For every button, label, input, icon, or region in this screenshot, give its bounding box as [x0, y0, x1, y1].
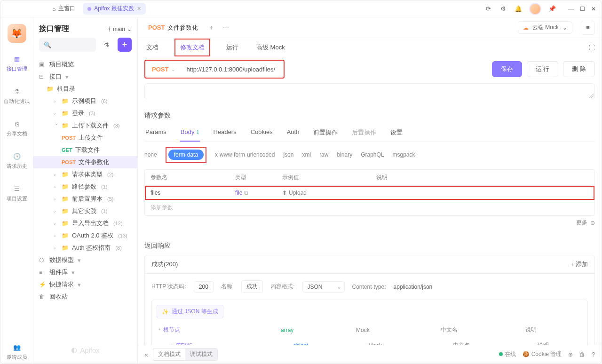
tree-folder[interactable]: ›📁示例项目(6) [33, 95, 137, 107]
table-row[interactable]: files file ⧉ ⬆Upload [145, 186, 594, 200]
bt-json[interactable]: json [283, 151, 293, 158]
component-lib[interactable]: ≡组件库▾ [33, 266, 137, 278]
rail-invite[interactable]: 👥 邀请成员 [0, 340, 33, 364]
footer-trash-button[interactable]: 🗑 [579, 351, 585, 358]
generate-from-json-button[interactable]: ✨通过 JSON 等生成 [157, 305, 223, 318]
api-root[interactable]: ⊟接口▾ [33, 71, 137, 83]
format-select[interactable]: JSON [302, 281, 345, 293]
project-overview[interactable]: ▣项目概览 [33, 58, 137, 71]
rail-automation[interactable]: ⚗ 自动化测试 [0, 84, 33, 108]
tree-folder[interactable]: ›📁路径参数(1) [33, 181, 137, 193]
tab-more-button[interactable]: ⋯ [221, 22, 231, 33]
run-button[interactable]: 运 行 [527, 61, 559, 77]
rail-api[interactable]: ▦ 接口管理 [0, 51, 33, 75]
mock-env-selector[interactable]: ☁ 云端 Mock ⌄ [518, 21, 572, 34]
rail-settings[interactable]: ☰ 项目设置 [0, 181, 33, 205]
ptab-auth[interactable]: Auth [286, 125, 301, 142]
bt-xml[interactable]: xml [302, 151, 311, 158]
description-textarea[interactable] [144, 83, 595, 99]
avatar[interactable] [529, 3, 541, 15]
status-input[interactable]: 200 [194, 281, 214, 293]
debug-mode-button[interactable]: 调试模式 [185, 348, 217, 360]
bell-icon[interactable]: 🔔 [514, 5, 523, 13]
editor-tab[interactable]: POST 文件参数化 [144, 21, 202, 35]
tree-endpoint[interactable]: GET下载文件 [33, 144, 137, 156]
bt-urlencoded[interactable]: x-www-form-urlencoded [215, 151, 275, 158]
tree-folder[interactable]: ›📁其它实践(1) [33, 205, 137, 217]
tree-folder[interactable]: ›📁前后置脚本(5) [33, 193, 137, 205]
delete-button[interactable]: 删 除 [563, 61, 595, 77]
tree-endpoint-selected[interactable]: POST文件参数化 [33, 156, 137, 168]
footer-help-button[interactable]: ? [592, 351, 595, 358]
response-tab[interactable]: 成功(200) [151, 260, 178, 269]
schema-node[interactable]: 根节点 [163, 326, 180, 333]
ptab-headers[interactable]: Headers [213, 125, 238, 142]
tree-folder[interactable]: ›📁Auth 鉴权指南(8) [33, 242, 137, 254]
subtab-doc[interactable]: 文档 [144, 40, 160, 55]
ptab-pre[interactable]: 前置操作 [312, 125, 339, 142]
param-name[interactable]: files [150, 190, 235, 196]
rail-share[interactable]: ⎘ 分享文档 [0, 116, 33, 140]
recycle-bin[interactable]: 🗑回收站 [33, 291, 137, 303]
add-tab-button[interactable]: ＋ [206, 22, 216, 34]
schema-cn[interactable]: 中文名 [453, 341, 538, 345]
data-model[interactable]: ⬡数据模型▾ [33, 254, 137, 266]
tree-folder-upload[interactable]: ›📁上传下载文件(3) [33, 119, 137, 132]
ptab-settings[interactable]: 设置 [389, 125, 404, 142]
window-tab-home[interactable]: ⌂ 主窗口 [48, 3, 80, 15]
bt-binary[interactable]: binary [337, 151, 352, 158]
subtab-run[interactable]: 运行 [224, 40, 240, 55]
tree-folder[interactable]: ›📁导入导出文档(12) [33, 217, 137, 229]
ptab-post[interactable]: 后置操作 [351, 125, 377, 142]
window-tab-active[interactable]: Apifox 最佳实践 ✕ [83, 3, 146, 15]
tree-folder[interactable]: ›📁请求体类型(2) [33, 168, 137, 181]
rail-history[interactable]: 🕓 请求历史 [0, 149, 33, 173]
save-button[interactable]: 保存 [492, 61, 522, 77]
bt-msgpack[interactable]: msgpack [393, 151, 415, 158]
add-param-row[interactable]: 添加参数 [145, 200, 594, 215]
ptab-params[interactable]: Params [144, 125, 167, 142]
quick-request[interactable]: ⚡快捷请求▾ [33, 278, 137, 291]
bt-raw[interactable]: raw [319, 151, 328, 158]
schema-desc[interactable]: 说明 [538, 341, 594, 345]
add-button[interactable]: + [118, 38, 132, 52]
subtab-mock[interactable]: 高级 Mock [254, 40, 287, 55]
name-input[interactable]: 成功 [241, 280, 263, 293]
panel-menu-button[interactable]: ≡ [581, 21, 595, 35]
collapse-button[interactable]: « [144, 351, 148, 358]
pin-icon[interactable]: 📌 [548, 5, 556, 13]
subtab-edit[interactable]: 修改文档 [178, 40, 206, 55]
add-response-button[interactable]: + 添加 [570, 260, 588, 269]
tree-endpoint[interactable]: POST上传文件 [33, 132, 137, 144]
doc-mode-button[interactable]: 文档模式 [153, 348, 185, 360]
param-type[interactable]: file [235, 190, 242, 196]
minimize-button[interactable]: — [568, 6, 574, 12]
bt-none[interactable]: none [144, 151, 157, 158]
upload-button[interactable]: ⬆Upload [282, 190, 376, 196]
settings-icon[interactable]: ⚙ [499, 5, 507, 13]
ptab-body[interactable]: Body1 [180, 125, 200, 142]
cookie-manager-button[interactable]: 🍪 Cookie 管理 [523, 350, 562, 358]
close-icon[interactable]: ✕ [137, 6, 141, 12]
filter-button[interactable]: ⚗ [100, 38, 114, 52]
url-input[interactable]: http://127.0.0.1:8000/uploadfiles/ [182, 66, 284, 73]
bt-formdata[interactable]: form-data [168, 150, 204, 160]
ptab-cookies[interactable]: Cookies [250, 125, 274, 142]
root-dir[interactable]: 📁根目录 [33, 83, 137, 95]
expand-icon[interactable]: ⛶ [589, 44, 595, 51]
refresh-icon[interactable]: ⟳ [484, 5, 492, 13]
close-button[interactable]: ✕ [590, 6, 597, 12]
maximize-button[interactable]: ☐ [579, 6, 586, 12]
more-link[interactable]: 更多⊖ [144, 216, 595, 229]
tree-folder[interactable]: ›📁登录(3) [33, 107, 137, 119]
schema-mock[interactable]: Mock [356, 327, 441, 333]
bt-graphql[interactable]: GraphQL [361, 151, 384, 158]
footer-add-button[interactable]: ⊕ [568, 351, 573, 358]
schema-desc[interactable]: 说明 [525, 326, 582, 334]
schema-type[interactable]: array [281, 327, 356, 333]
tree-folder[interactable]: ›📁OAuth 2.0 鉴权(13) [33, 229, 137, 242]
branch-selector[interactable]: ᚼ main ⌄ [108, 26, 132, 32]
schema-cn[interactable]: 中文名 [441, 326, 525, 334]
method-selector[interactable]: POST ⌄ [145, 66, 182, 73]
search-input[interactable]: 🔍 [39, 38, 96, 52]
